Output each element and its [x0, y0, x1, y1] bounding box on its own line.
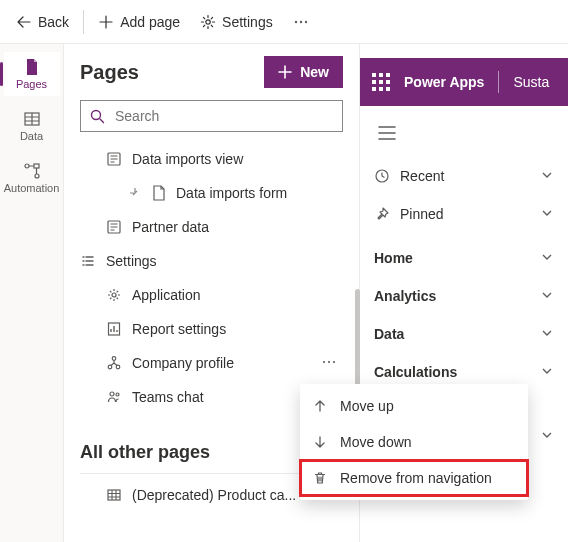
gear-icon [106, 287, 122, 303]
nav-label: Home [374, 250, 530, 266]
plus-icon [98, 14, 114, 30]
tree-item-application[interactable]: Application [80, 278, 343, 312]
arrow-down-icon [312, 435, 328, 449]
svg-point-18 [333, 360, 335, 362]
item-more-button[interactable] [315, 354, 343, 373]
tree-item-data-imports-form[interactable]: Data imports form [80, 176, 343, 210]
tree-label: Company profile [132, 355, 305, 371]
search-icon [89, 108, 105, 124]
app-name: Power Apps [404, 74, 484, 90]
divider [498, 71, 499, 93]
svg-point-13 [112, 357, 116, 361]
svg-point-6 [35, 174, 39, 178]
flow-icon [23, 162, 41, 180]
chevron-down-icon [540, 364, 554, 381]
svg-point-11 [112, 293, 116, 297]
settings-label: Settings [222, 14, 273, 30]
new-page-button[interactable]: New [264, 56, 343, 88]
environment-name: Susta [513, 74, 549, 90]
page-icon [152, 185, 166, 201]
page-icon [23, 58, 41, 76]
nav-item-home[interactable]: Home [374, 239, 554, 277]
svg-point-8 [92, 111, 101, 120]
waffle-icon[interactable] [372, 73, 390, 91]
add-page-label: Add page [120, 14, 180, 30]
hamburger-button[interactable] [378, 126, 550, 143]
svg-point-0 [206, 19, 210, 23]
pin-icon [374, 206, 390, 222]
report-icon [106, 321, 122, 337]
tree-label: Application [132, 287, 343, 303]
form-view-icon [106, 151, 122, 167]
nav-label: Data [374, 326, 530, 342]
nav-item-pinned[interactable]: Pinned [374, 195, 554, 233]
menu-label: Remove from navigation [340, 470, 492, 486]
nav-item-analytics[interactable]: Analytics [374, 277, 554, 315]
more-icon [293, 14, 309, 30]
tree-item-partner-data[interactable]: Partner data [80, 210, 343, 244]
nav-item-data[interactable]: Data [374, 315, 554, 353]
chevron-down-icon [540, 326, 554, 343]
org-icon [106, 355, 122, 371]
gear-icon [200, 14, 216, 30]
tree-item-company-profile[interactable]: Company profile [80, 346, 343, 380]
rail-tab-label: Data [20, 130, 43, 142]
svg-point-19 [110, 392, 114, 396]
svg-rect-7 [34, 164, 39, 168]
search-box[interactable] [80, 100, 343, 132]
power-apps-header: Power Apps Susta [360, 58, 568, 106]
arrow-up-icon [312, 399, 328, 413]
tree-item-report-settings[interactable]: Report settings [80, 312, 343, 346]
rail-tab-label: Pages [16, 78, 47, 90]
teams-icon [106, 389, 122, 405]
chevron-down-icon [540, 206, 554, 223]
menu-label: Move down [340, 434, 412, 450]
plus-icon [278, 65, 292, 79]
svg-point-1 [294, 20, 296, 22]
settings-button[interactable]: Settings [192, 6, 281, 38]
left-rail: Pages Data Automation [0, 44, 64, 542]
nav-item-recent[interactable]: Recent [374, 157, 554, 195]
tree-label: Partner data [132, 219, 343, 235]
new-label: New [300, 64, 329, 80]
menu-move-down[interactable]: Move down [300, 424, 528, 460]
tree-group-settings[interactable]: Settings [80, 244, 343, 278]
tree-label: Settings [106, 253, 343, 269]
trash-icon [312, 471, 328, 485]
back-button[interactable]: Back [8, 6, 77, 38]
svg-point-20 [116, 393, 119, 396]
nav-tree: Data imports view Data imports form Part… [80, 142, 343, 414]
nav-label: Analytics [374, 288, 530, 304]
svg-point-16 [323, 360, 325, 362]
toolbar-more-button[interactable] [285, 6, 317, 38]
menu-remove-from-navigation[interactable]: Remove from navigation [300, 460, 528, 496]
chevron-down-icon [540, 428, 554, 445]
pages-title: Pages [80, 61, 139, 84]
table-icon [23, 110, 41, 128]
link-icon [128, 186, 142, 200]
chevron-down-icon [540, 168, 554, 185]
svg-rect-21 [108, 490, 120, 500]
rail-tab-pages[interactable]: Pages [4, 52, 60, 96]
divider [83, 10, 84, 34]
tree-label: Data imports view [132, 151, 343, 167]
nav-label: Recent [400, 168, 530, 184]
arrow-left-icon [16, 14, 32, 30]
context-menu: Move up Move down Remove from navigation [300, 384, 528, 500]
menu-move-up[interactable]: Move up [300, 388, 528, 424]
rail-tab-label: Automation [4, 182, 60, 194]
tree-item-data-imports-view[interactable]: Data imports view [80, 142, 343, 176]
svg-point-17 [328, 360, 330, 362]
add-page-button[interactable]: Add page [90, 6, 188, 38]
nav-label: Pinned [400, 206, 530, 222]
top-toolbar: Back Add page Settings [0, 0, 568, 44]
search-input[interactable] [113, 107, 334, 125]
svg-point-5 [25, 164, 29, 168]
tree-label: Data imports form [176, 185, 343, 201]
nav-label: Calculations [374, 364, 530, 380]
tree-label: Report settings [132, 321, 343, 337]
rail-tab-automation[interactable]: Automation [4, 156, 60, 200]
back-label: Back [38, 14, 69, 30]
rail-tab-data[interactable]: Data [4, 104, 60, 148]
chevron-down-icon [540, 288, 554, 305]
